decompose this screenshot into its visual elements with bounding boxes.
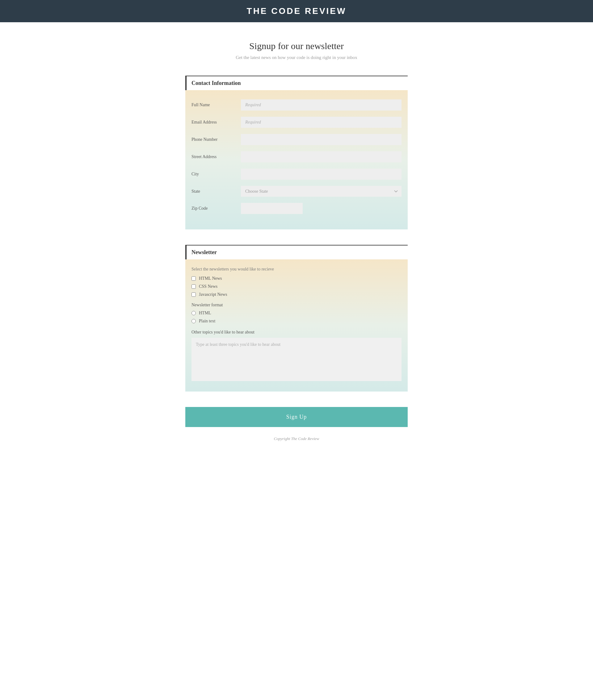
phone-label: Phone Number [192,137,241,142]
email-input[interactable] [241,117,401,128]
signup-button[interactable]: Sign Up [185,407,408,427]
format-html-label: HTML [199,311,211,316]
site-title: THE CODE REVIEW [0,6,593,16]
format-plain-radio[interactable] [192,319,196,323]
email-row: Email Address [192,117,401,128]
street-label: Street Address [192,154,241,159]
newsletter-select-label: Select the newsletters you would like to… [192,267,401,272]
zip-row: Zip Code [192,203,401,214]
newsletter-section: Newsletter Select the newsletters you wo… [185,245,408,392]
html-news-checkbox[interactable] [192,276,196,281]
js-news-row: Javascript News [192,292,401,297]
page-subtitle: Get the latest news on how your code is … [185,55,408,60]
state-select[interactable]: Choose StateAlabamaAlaskaArizonaArkansas… [241,186,401,197]
contact-panel: Full Name Email Address Phone Number Str… [185,90,408,230]
topics-textarea[interactable] [192,338,401,381]
zip-label: Zip Code [192,206,241,211]
email-label: Email Address [192,120,241,125]
zip-input[interactable] [241,203,303,214]
footer: Copyright The Code Review [185,427,408,451]
format-label: Newsletter format [192,302,401,307]
css-news-checkbox[interactable] [192,284,196,289]
site-header: THE CODE REVIEW [0,0,593,22]
state-label: State [192,189,241,194]
html-news-row: HTML News [192,276,401,281]
city-row: City [192,169,401,180]
phone-input[interactable] [241,134,401,145]
full-name-label: Full Name [192,102,241,108]
contact-section: Contact Information Full Name Email Addr… [185,76,408,230]
main-content: Signup for our newsletter Get the latest… [179,22,414,469]
full-name-input[interactable] [241,99,401,111]
css-news-label: CSS News [199,284,218,289]
full-name-row: Full Name [192,99,401,111]
page-title: Signup for our newsletter [185,41,408,51]
html-news-label: HTML News [199,276,222,281]
street-input[interactable] [241,151,401,162]
newsletter-section-heading: Newsletter [185,245,408,259]
format-plain-label: Plain text [199,319,215,324]
newsletter-panel: Select the newsletters you would like to… [185,259,408,392]
phone-row: Phone Number [192,134,401,145]
js-news-checkbox[interactable] [192,292,196,297]
street-row: Street Address [192,151,401,162]
js-news-label: Javascript News [199,292,227,297]
css-news-row: CSS News [192,284,401,289]
state-row: State Choose StateAlabamaAlaskaArizonaAr… [192,186,401,197]
copyright-text: Copyright The Code Review [274,436,319,441]
city-label: City [192,172,241,177]
format-plain-row: Plain text [192,319,401,324]
format-html-row: HTML [192,311,401,316]
contact-section-heading: Contact Information [185,76,408,90]
other-topics-label: Other topics you'd like to hear about [192,330,401,335]
format-html-radio[interactable] [192,311,196,315]
city-input[interactable] [241,169,401,180]
